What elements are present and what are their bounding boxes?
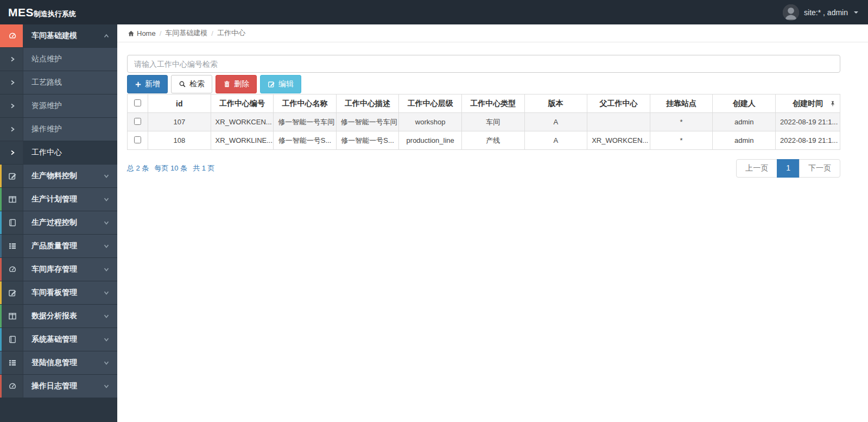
chevron-down-icon: [103, 375, 117, 398]
sidebar-item-operation-maintenance[interactable]: 操作维护: [0, 118, 117, 141]
chevron-right-icon: [0, 48, 23, 71]
chevron-down-icon: [103, 188, 117, 211]
edit-button[interactable]: 编辑: [260, 75, 301, 93]
column-header[interactable]: 工作中心层级: [399, 95, 462, 113]
cell-description: 修一智能一号S...: [336, 131, 399, 150]
column-header[interactable]: 工作中心名称: [274, 95, 337, 113]
pagination-page-size[interactable]: 每页 10 条: [154, 163, 187, 173]
column-header-created-time[interactable]: 创建时间: [776, 95, 840, 113]
th-list-icon: [0, 351, 23, 374]
columns-icon: [0, 188, 23, 211]
gauge-icon: [0, 375, 23, 398]
work-center-table: id 工作中心编号 工作中心名称 工作中心描述 工作中心层级 工作中心类型 版本…: [127, 94, 840, 150]
search-button[interactable]: 检索: [171, 75, 212, 93]
sidebar-item-work-center[interactable]: 工作中心: [0, 141, 117, 165]
table-header-row: id 工作中心编号 工作中心名称 工作中心描述 工作中心层级 工作中心类型 版本…: [128, 95, 840, 113]
sidebar-group-inventory-management[interactable]: 车间库存管理: [0, 258, 117, 281]
cell-name: 修一智能一号车间: [274, 113, 337, 131]
main-content: Home / 车间基础建模 / 工作中心 新增 检索 删除 编辑: [117, 24, 868, 422]
cell-creator: admin: [713, 131, 776, 150]
user-menu[interactable]: site:* , admin: [783, 4, 868, 21]
sidebar-item-label: 操作维护: [23, 118, 117, 141]
sidebar-group-label: 操作日志管理: [23, 375, 103, 398]
column-header[interactable]: 父工作中心: [587, 95, 650, 113]
cell-level: production_line: [399, 131, 462, 150]
chevron-right-icon: [0, 71, 23, 94]
edit-icon: [0, 165, 23, 187]
next-page-button[interactable]: 下一页: [799, 159, 840, 178]
breadcrumb-home[interactable]: Home: [128, 29, 156, 37]
cell-code: XR_WORKCEN...: [211, 113, 274, 131]
sidebar-group-system-base-management[interactable]: 系统基础管理: [0, 328, 117, 351]
cell-id: 108: [148, 131, 211, 150]
logo-secondary-text: 制造执行系统: [34, 9, 76, 19]
sidebar-group-quality-management[interactable]: 产品质量管理: [0, 235, 117, 258]
column-header[interactable]: id: [148, 95, 211, 113]
select-all-checkbox[interactable]: [134, 99, 141, 106]
prev-page-button[interactable]: 上一页: [736, 159, 777, 178]
sidebar-item-process-route[interactable]: 工艺路线: [0, 71, 117, 95]
sidebar-group-data-analysis-report[interactable]: 数据分析报表: [0, 305, 117, 328]
column-header[interactable]: 工作中心描述: [336, 95, 399, 113]
gauge-icon: [0, 24, 23, 47]
sidebar-item-label: 站点维护: [23, 48, 117, 71]
breadcrumb-section[interactable]: 车间基础建模: [165, 28, 207, 38]
sidebar-group-process-control[interactable]: 生产过程控制: [0, 211, 117, 235]
cell-type: 产线: [461, 131, 524, 150]
pagination-total: 总 2 条: [127, 163, 149, 173]
chevron-down-icon: [103, 211, 117, 234]
search-input[interactable]: [127, 55, 840, 73]
column-header[interactable]: 工作中心类型: [461, 95, 524, 113]
breadcrumb-separator: /: [160, 29, 162, 37]
column-header[interactable]: 工作中心编号: [211, 95, 274, 113]
breadcrumb-current: 工作中心: [217, 28, 245, 38]
chevron-down-icon: [103, 258, 117, 281]
chevron-up-icon: [103, 24, 117, 47]
cell-version: A: [524, 113, 587, 131]
cell-parent: XR_WORKCEN...: [587, 131, 650, 150]
sidebar-group-label: 生产计划管理: [23, 188, 103, 211]
sidebar-group-material-control[interactable]: 生产物料控制: [0, 165, 117, 188]
app-logo[interactable]: MES 制造执行系统: [0, 6, 76, 19]
sidebar-group-label: 登陆信息管理: [23, 351, 103, 374]
sidebar-group-label: 车间库存管理: [23, 258, 103, 281]
row-checkbox[interactable]: [134, 136, 141, 143]
cell-type: 车间: [461, 113, 524, 131]
avatar: [783, 4, 799, 21]
add-button[interactable]: 新增: [127, 75, 168, 93]
sidebar-group-workshop-base-modeling[interactable]: 车间基础建模: [0, 24, 117, 48]
cell-creator: admin: [713, 113, 776, 131]
user-label: site:* , admin: [804, 8, 848, 17]
table-row[interactable]: 107 XR_WORKCEN... 修一智能一号车间 修一智能一号车间 work…: [128, 113, 840, 131]
table-row[interactable]: 108 XR_WORKLINE... 修一智能一号S... 修一智能一号S...…: [128, 131, 840, 150]
column-header[interactable]: 挂靠站点: [650, 95, 713, 113]
sidebar-item-label: 工作中心: [23, 141, 117, 164]
delete-button[interactable]: 删除: [216, 75, 257, 93]
pin-icon[interactable]: [829, 100, 836, 107]
cell-version: A: [524, 131, 587, 150]
row-checkbox[interactable]: [134, 118, 141, 125]
sidebar-group-label: 数据分析报表: [23, 305, 103, 327]
chevron-right-icon: [0, 141, 23, 164]
sidebar-group-label: 产品质量管理: [23, 235, 103, 257]
chevron-right-icon: [0, 95, 23, 117]
cell-site: *: [650, 113, 713, 131]
chevron-down-icon: [103, 305, 117, 327]
sidebar-item-resource-maintenance[interactable]: 资源维护: [0, 95, 117, 118]
sidebar-group-label: 系统基础管理: [23, 328, 103, 351]
sidebar-item-site-maintenance[interactable]: 站点维护: [0, 48, 117, 71]
chevron-right-icon: [0, 118, 23, 141]
sidebar-group-kanban-management[interactable]: 车间看板管理: [0, 281, 117, 305]
column-header[interactable]: 创建人: [713, 95, 776, 113]
book-icon: [0, 328, 23, 351]
sidebar-group-login-info-management[interactable]: 登陆信息管理: [0, 351, 117, 375]
sidebar-group-label: 生产过程控制: [23, 211, 103, 234]
sidebar-group-operation-log-management[interactable]: 操作日志管理: [0, 375, 117, 398]
pagination-buttons: 上一页 1 下一页: [736, 159, 840, 178]
th-list-icon: [0, 235, 23, 257]
column-header[interactable]: 版本: [524, 95, 587, 113]
logo-primary-text: MES: [8, 6, 34, 19]
page-number-button[interactable]: 1: [777, 159, 800, 178]
caret-down-icon: [854, 11, 858, 14]
sidebar-group-plan-management[interactable]: 生产计划管理: [0, 188, 117, 211]
